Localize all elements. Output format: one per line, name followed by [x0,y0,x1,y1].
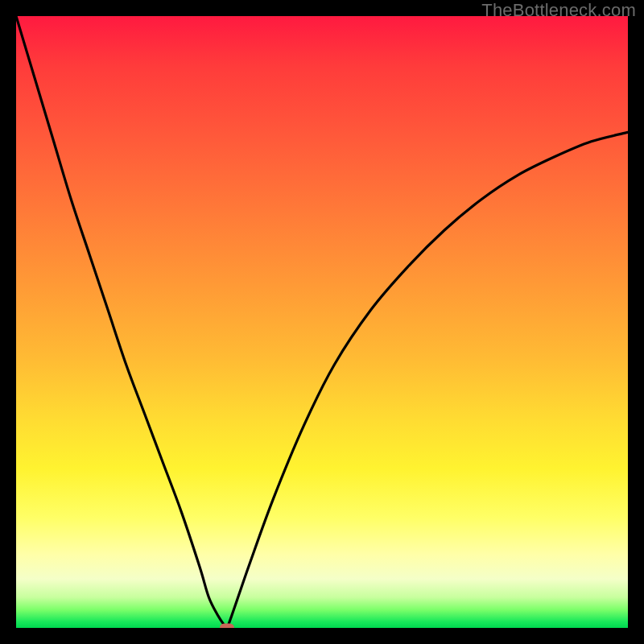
bottleneck-curve [16,16,628,628]
minimum-marker [220,624,234,629]
plot-area [16,16,628,628]
chart-frame: TheBottleneck.com [0,0,644,644]
